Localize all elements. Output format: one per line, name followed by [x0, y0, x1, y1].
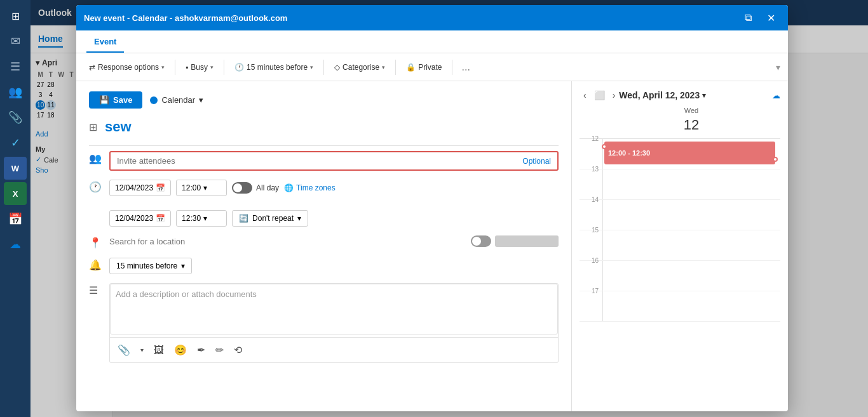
event-dot-right: [773, 157, 778, 162]
calendar-selector[interactable]: Calendar ▾: [150, 95, 203, 105]
title-divider: [89, 145, 559, 146]
event-title-input[interactable]: [105, 119, 559, 135]
response-options-chevron: ▾: [161, 64, 165, 70]
end-calendar-icon: 📅: [156, 214, 165, 223]
sidebar-menu-icon[interactable]: ☰: [4, 55, 27, 78]
cloud-icon[interactable]: ☁: [772, 91, 780, 100]
sidebar-calendar-icon[interactable]: 📅: [4, 208, 27, 230]
location-row: 📍: [89, 235, 559, 249]
response-options-button[interactable]: ⇄ Response options ▾: [84, 60, 170, 74]
event-block[interactable]: 12:00 - 12:30: [604, 142, 775, 164]
highlighter-button[interactable]: ✏: [213, 343, 226, 357]
sidebar-onedrive-icon[interactable]: ☁: [4, 233, 27, 256]
modal-popout-button[interactable]: ⧉: [740, 10, 757, 26]
title-icon: ⊞: [89, 121, 97, 133]
start-time-picker[interactable]: 12:00 ▾: [176, 180, 227, 196]
lock-icon: 🔒: [406, 63, 416, 72]
categorise-button[interactable]: ◇ Categorise ▾: [329, 60, 390, 74]
allday-label: All day: [256, 183, 279, 192]
cal-date-chevron[interactable]: ▾: [702, 91, 706, 100]
toolbar-sep-5: [452, 60, 452, 75]
busy-button[interactable]: ▪ Busy ▾: [180, 60, 219, 74]
optional-link[interactable]: Optional: [522, 157, 551, 166]
toolbar-sep-2: [224, 60, 224, 75]
day-grid-header: Wed 12: [580, 107, 780, 139]
modal-toolbar: ⇄ Response options ▾ ▪ Busy ▾ 🕐 15 minut…: [76, 53, 788, 81]
repeat-chevron: ▾: [297, 214, 301, 223]
end-datetime-content: 12/04/2023 📅 12:30 ▾ 🔄 Don't repeat ▾: [109, 210, 308, 227]
modal-close-button[interactable]: ✕: [762, 10, 780, 27]
reminder-icon: 🔔: [89, 259, 102, 271]
toolbar-collapse-icon[interactable]: ▾: [776, 62, 780, 72]
new-event-modal: New event - Calendar - ashokvarmam@outlo…: [76, 5, 788, 411]
reminder-toolbar-button[interactable]: 🕐 15 minutes before ▾: [229, 60, 318, 74]
time-chevron: ▾: [203, 183, 207, 192]
modal-titlebar-actions: ⧉ ✕: [740, 10, 780, 27]
start-datetime-row: 🕐 12/04/2023 📅 12:00 ▾: [89, 180, 559, 201]
location-input[interactable]: [109, 237, 466, 246]
sidebar-attach-icon[interactable]: 📎: [4, 106, 27, 129]
attendees-row: 👥 Optional: [89, 151, 559, 171]
response-options-icon: ⇄: [89, 63, 95, 72]
calendar-today-button[interactable]: ⬜: [590, 89, 609, 102]
time-slot-13[interactable]: 13: [580, 169, 780, 200]
start-datetime-content: 12/04/2023 📅 12:00 ▾ All day: [109, 180, 336, 201]
toolbar-more-button[interactable]: ...: [458, 59, 473, 76]
tab-event[interactable]: Event: [86, 32, 124, 53]
end-datetime-row: 🕐 12/04/2023 📅 12:30 ▾ 🔄 Don't repeat ▾: [89, 210, 559, 227]
description-container: Add a description or attach documents 📎 …: [109, 283, 559, 363]
save-button[interactable]: 💾 Save: [89, 91, 142, 109]
outlook-sidebar: ⊞ ✉ ☰ 👥 📎 ✓ W X 📅 ☁: [0, 0, 31, 417]
day-name-label: Wed: [602, 107, 780, 114]
signature-button[interactable]: ✒: [194, 343, 208, 357]
app-grid-icon[interactable]: ⊞: [6, 5, 25, 27]
image-button[interactable]: 🖼: [151, 343, 166, 357]
repeat-icon: 🔄: [239, 214, 248, 223]
emoji-button[interactable]: 😊: [172, 343, 189, 357]
end-time-picker[interactable]: 12:30 ▾: [176, 210, 227, 227]
sidebar-people-icon[interactable]: 👥: [4, 81, 27, 103]
sidebar-excel-icon[interactable]: X: [4, 182, 27, 205]
attach-button[interactable]: 📎: [115, 343, 133, 357]
allday-toggle[interactable]: [232, 182, 252, 194]
time-slot-12[interactable]: 12 12:00 - 12:30: [580, 139, 780, 169]
calendar-selector-chevron: ▾: [199, 95, 203, 105]
loop-button[interactable]: ⟲: [231, 343, 245, 357]
calendar-next-button[interactable]: ›: [609, 89, 620, 102]
sidebar-todo-icon[interactable]: ✓: [4, 131, 27, 154]
attendees-input[interactable]: [117, 156, 517, 166]
time-slot-17[interactable]: 17: [580, 291, 780, 322]
toolbar-sep-3: [323, 60, 324, 75]
attendees-content: Optional: [109, 151, 559, 171]
time-slot-14[interactable]: 14: [580, 200, 780, 230]
location-icon: 📍: [89, 237, 102, 249]
sidebar-word-icon[interactable]: W: [4, 157, 27, 180]
attach-chevron[interactable]: ▾: [138, 345, 146, 355]
calendar-panel-nav: ‹ ⬜ › Wed, April 12, 2023 ▾ ☁: [580, 89, 780, 102]
allday-toggle-wrap: All day: [232, 182, 279, 194]
save-icon: 💾: [99, 95, 109, 105]
time-slots: 12 12:00 - 12:30 13: [580, 139, 780, 322]
calendar-date-title: Wed, April 12, 2023 ▾: [619, 90, 706, 100]
categorise-chevron: ▾: [382, 64, 385, 70]
location-toggle[interactable]: [471, 235, 491, 247]
timezone-link[interactable]: 🌐 Time zones: [284, 183, 336, 192]
attendees-input-wrap: Optional: [109, 151, 559, 171]
time-slot-15[interactable]: 15: [580, 230, 780, 261]
start-date-picker[interactable]: 12/04/2023 📅: [109, 180, 171, 196]
calendar-prev-button[interactable]: ‹: [580, 89, 590, 102]
event-form: 💾 Save Calendar ▾ ⊞ 👥: [76, 81, 572, 411]
description-input[interactable]: Add a description or attach documents: [110, 284, 558, 334]
private-button[interactable]: 🔒 Private: [401, 60, 447, 74]
description-toolbar: 📎 ▾ 🖼 😊 ✒ ✏ ⟲: [110, 337, 558, 362]
end-time-chevron: ▾: [203, 214, 207, 223]
end-date-picker[interactable]: 12/04/2023 📅: [109, 210, 171, 227]
save-row: 💾 Save Calendar ▾: [89, 91, 559, 109]
repeat-button[interactable]: 🔄 Don't repeat ▾: [232, 210, 308, 227]
sidebar-mail-icon[interactable]: ✉: [4, 30, 27, 53]
day-grid: Wed 12 12 12:00 - 12:30: [580, 107, 780, 322]
calendar-icon: 📅: [156, 183, 165, 192]
time-slot-16[interactable]: 16: [580, 261, 780, 291]
reminder-button[interactable]: 15 minutes before ▾: [109, 258, 192, 274]
modal-titlebar: New event - Calendar - ashokvarmam@outlo…: [76, 5, 788, 30]
